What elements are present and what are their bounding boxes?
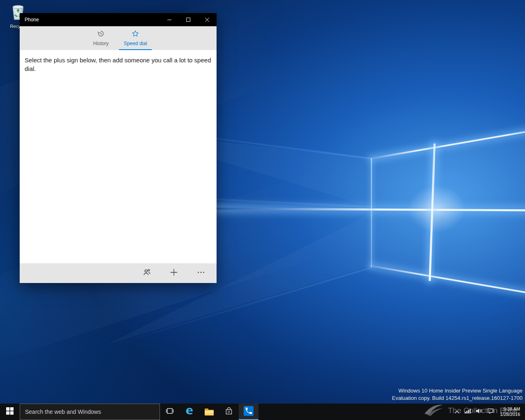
network-button[interactable] [462,404,473,420]
system-tray: 9:38 AM 1/28/2016 [452,404,525,420]
tab-speed-dial[interactable]: Speed dial [119,26,152,50]
tab-history[interactable]: History [84,26,117,50]
action-center-icon [487,408,494,415]
network-icon [464,408,471,415]
volume-icon [476,408,482,415]
minimize-button[interactable] [160,13,179,26]
speed-dial-panel: Select the plus sign below, then add som… [20,50,217,263]
close-button[interactable] [198,13,217,26]
file-explorer-icon [205,409,214,415]
taskbar-app-edge[interactable] [180,404,199,420]
action-center-button[interactable] [485,404,496,420]
tab-history-label: History [93,41,108,46]
phone-app-icon [244,406,253,418]
clock-time: 9:38 AM [500,406,520,412]
windows-logo-icon [6,407,14,416]
search-input[interactable] [20,404,160,420]
task-view-icon [166,407,174,416]
edge-icon [185,406,194,417]
task-view-button[interactable] [160,404,180,420]
taskbar-app-phone[interactable] [239,404,258,420]
phone-app-window: Phone History [20,13,217,283]
app-command-bar [20,263,217,283]
start-button[interactable] [0,404,20,420]
window-title: Phone [20,17,160,23]
window-titlebar[interactable]: Phone [20,13,217,26]
volume-button[interactable] [474,404,484,420]
people-icon [142,268,151,278]
more-button[interactable] [189,263,212,283]
watermark-line1: Windows 10 Home Insider Preview Single L… [392,387,523,395]
plus-icon [169,268,178,278]
pivot-tabbar: History Speed dial [20,26,217,50]
wallpaper-glow [408,185,466,233]
clock-date: 1/28/2016 [500,412,520,417]
maximize-button[interactable] [179,13,198,26]
taskbar: 9:38 AM 1/28/2016 [0,404,525,420]
wallpaper-window-edge [371,158,372,267]
taskbar-app-store[interactable] [219,404,239,420]
tab-speed-dial-label: Speed dial [124,41,147,46]
star-icon [132,30,139,39]
store-icon [225,407,233,417]
taskbar-search-box[interactable] [20,404,160,420]
empty-state-message: Select the plus sign below, then add som… [25,56,212,73]
chevron-up-icon [454,408,459,415]
hidden-icons-button[interactable] [452,404,461,420]
speed-dial-contacts-button[interactable] [135,263,158,283]
history-icon [97,30,105,39]
watermark-line2: Evaluation copy. Build 14254.rs1_release… [392,395,523,402]
taskbar-clock[interactable]: 9:38 AM 1/28/2016 [497,406,523,417]
add-speed-dial-button[interactable] [162,263,185,283]
taskbar-app-file-explorer[interactable] [199,404,219,420]
insider-build-watermark: Windows 10 Home Insider Preview Single L… [392,387,523,402]
ellipsis-icon [196,268,205,278]
